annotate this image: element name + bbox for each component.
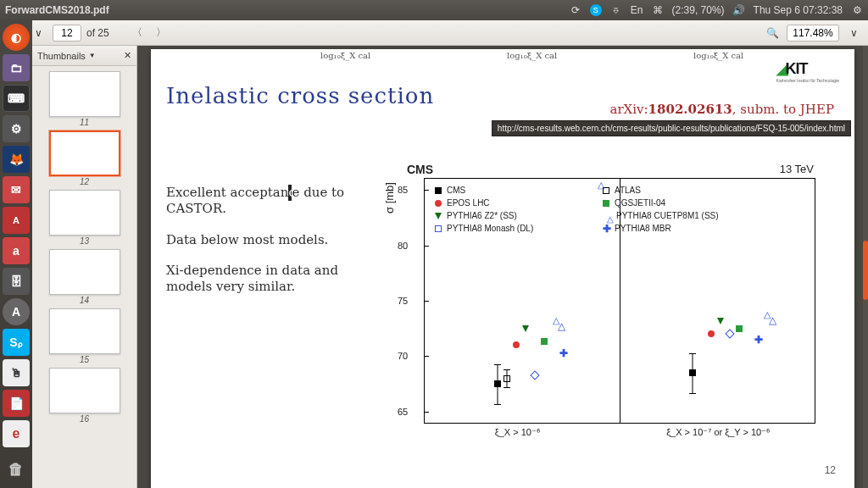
ytick: 85 <box>398 185 408 195</box>
wifi-icon[interactable]: ⎑ <box>610 4 622 16</box>
data-point <box>530 370 539 380</box>
volume-icon[interactable]: 🔊 <box>733 4 745 16</box>
thumbnail-page-11[interactable]: 11 <box>49 71 120 127</box>
updates-icon[interactable]: ⟳ <box>570 4 581 16</box>
slide-page-number: 12 <box>825 464 836 476</box>
language-indicator[interactable]: En <box>631 4 643 16</box>
body-p3: Xi-dependence in data and models very si… <box>166 263 361 295</box>
data-point <box>541 338 548 345</box>
slide-body-text: Excellent acceptance due to CASTOR. Data… <box>166 159 361 442</box>
legend-entry: ATLAS <box>603 184 719 197</box>
page-total-label: of 25 <box>86 27 109 39</box>
thumbnails-title: Thumbnails <box>37 51 86 61</box>
page-number-input[interactable] <box>53 25 81 42</box>
data-point <box>725 330 734 339</box>
chart-ylabel: σ [mb] <box>383 182 396 214</box>
battery-indicator[interactable]: (2:39, 70%) <box>672 4 725 16</box>
data-point: △ <box>765 314 781 333</box>
system-tray: ⟳ S ⎑ En ⌘ (2:39, 70%) 🔊 Thu Sep 6 07:32… <box>570 4 863 16</box>
window-titlebar: ForwardCMS2018.pdf ⟳ S ⎑ En ⌘ (2:39, 70%… <box>0 0 868 20</box>
thumbnail-page-12[interactable]: 12 <box>49 130 120 186</box>
mouse-app-icon[interactable]: 🖱 <box>3 359 30 386</box>
thunderbird-app-icon[interactable]: ✉ <box>3 176 30 203</box>
settings-app-icon[interactable]: ⚙ <box>3 115 30 142</box>
thumbnail-page-14[interactable]: 14 <box>49 249 120 305</box>
skype-app-icon[interactable]: Sᵨ <box>3 329 30 356</box>
archive-app-icon[interactable]: 🗄 <box>3 268 30 295</box>
xlabel-1: ξ_X > 10⁻⁷ or ξ_Y > 10⁻⁶ <box>666 427 770 438</box>
axis-header-3: log₁₀ξ_X cal <box>693 51 743 60</box>
ytick: 75 <box>398 296 408 306</box>
body-p1: Excellent acceptance due to CASTOR. <box>166 185 361 217</box>
settings-gear-icon[interactable]: ⚙ <box>851 4 863 16</box>
ytick: 70 <box>398 351 408 361</box>
thumbnail-page-16[interactable]: 16 <box>49 368 120 424</box>
legend-entry: △PYTHIA8 CUETP8M1 (SS) <box>603 209 719 222</box>
reader-app-icon[interactable]: e <box>3 420 30 447</box>
pdf-toolbar: ∧ ∨ of 25 〈 〉 🔍 ∨ <box>0 20 868 46</box>
zoom-dropdown-icon[interactable]: ∨ <box>844 24 863 42</box>
thumbnails-list[interactable]: 111213141516 <box>32 66 136 488</box>
zoom-input[interactable] <box>787 25 839 42</box>
legend-entry: ✚PYTHIA8 MBR <box>603 222 719 235</box>
legend-entry: PYTHIA8 Monash (DL) <box>435 222 533 235</box>
evince-app-icon[interactable]: 📄 <box>3 390 30 417</box>
ytick: 65 <box>398 407 408 417</box>
thumbnail-page-13[interactable]: 13 <box>49 190 120 246</box>
chevron-down-icon[interactable]: ▼ <box>89 52 96 59</box>
clock[interactable]: Thu Sep 6 07:32:38 <box>754 4 843 16</box>
data-point <box>522 325 529 332</box>
chart-plot-area: 6570758085ξ_X > 10⁻⁶ξ_X > 10⁻⁷ or ξ_Y > … <box>424 178 815 424</box>
data-point: △ <box>554 320 570 339</box>
legend-entry: EPOS LHC <box>435 197 533 209</box>
cross-section-chart: CMS 13 TeV σ [mb] 6570758085ξ_X > 10⁻⁶ξ_… <box>370 159 839 442</box>
next-page-button[interactable]: 〉 <box>152 24 170 42</box>
search-icon[interactable]: 🔍 <box>763 24 782 42</box>
pdf-page: log₁₀ξ_X cal log₁₀ξ_X cal log₁₀ξ_X cal ◢… <box>151 49 854 488</box>
body-p2: Data below most models. <box>166 232 361 248</box>
skype-tray-icon[interactable]: S <box>590 4 602 16</box>
scrollbar-thumb[interactable] <box>863 241 868 300</box>
arxiv-reference[interactable]: arXiv:1802.02613, subm. to JHEP <box>609 102 834 117</box>
data-point <box>708 330 715 337</box>
legend-entry: QGSJETII-04 <box>603 197 719 209</box>
main-area: Thumbnails ▼ ✕ 111213141516 log₁₀ξ_X cal… <box>32 46 868 488</box>
ytick: 80 <box>398 241 408 251</box>
updater-app-icon[interactable]: A <box>3 298 30 325</box>
data-point <box>736 325 743 332</box>
data-point <box>717 318 724 324</box>
data-point <box>513 341 520 348</box>
xlabel-0: ξ_X > 10⁻⁶ <box>495 427 540 438</box>
trash-icon[interactable]: 🗑 <box>3 456 30 483</box>
prev-page-button[interactable]: 〈 <box>128 24 147 42</box>
dash-icon[interactable]: ◐ <box>3 24 30 51</box>
thumbnails-header: Thumbnails ▼ ✕ <box>32 46 136 66</box>
firefox-app-icon[interactable]: 🦊 <box>3 146 30 173</box>
chart-energy-label: 13 TeV <box>780 163 814 175</box>
close-thumbnails-button[interactable]: ✕ <box>124 50 131 61</box>
legend-entry: CMS <box>435 184 533 197</box>
files-app-icon[interactable]: 🗀 <box>3 54 30 81</box>
unity-launcher: ◐ 🗀 ⌨ ⚙ 🦊 ✉ A a 🗄 A Sᵨ 🖱 📄 e 🗑 <box>0 20 32 488</box>
scrollbar[interactable] <box>863 46 868 488</box>
software-app-icon[interactable]: A <box>3 207 30 234</box>
axis-header-2: log₁₀ξ_X cal <box>507 51 557 60</box>
legend-entry: PYTHIA6 Z2* (SS) <box>435 209 533 222</box>
terminal-app-icon[interactable]: ⌨ <box>3 85 30 112</box>
page-canvas[interactable]: log₁₀ξ_X cal log₁₀ξ_X cal log₁₀ξ_X cal ◢… <box>137 46 868 488</box>
bluetooth-icon[interactable]: ⌘ <box>652 4 664 16</box>
chart-cms-label: CMS <box>407 163 433 176</box>
thumbnails-panel: Thumbnails ▼ ✕ 111213141516 <box>32 46 137 488</box>
kit-logo: ◢KIT Karlsruher Institut für Technologie <box>776 59 839 83</box>
amazon-app-icon[interactable]: a <box>3 237 30 264</box>
data-point: ✚ <box>559 350 566 357</box>
axis-header-1: log₁₀ξ_X cal <box>320 51 370 60</box>
link-tooltip: http://cms-results.web.cern.ch/cms-resul… <box>492 120 851 136</box>
data-point: ✚ <box>754 336 761 343</box>
thumbnail-page-15[interactable]: 15 <box>49 308 120 364</box>
kit-logo-sub: Karlsruher Institut für Technologie <box>776 78 839 83</box>
window-title: ForwardCMS2018.pdf <box>5 4 109 16</box>
